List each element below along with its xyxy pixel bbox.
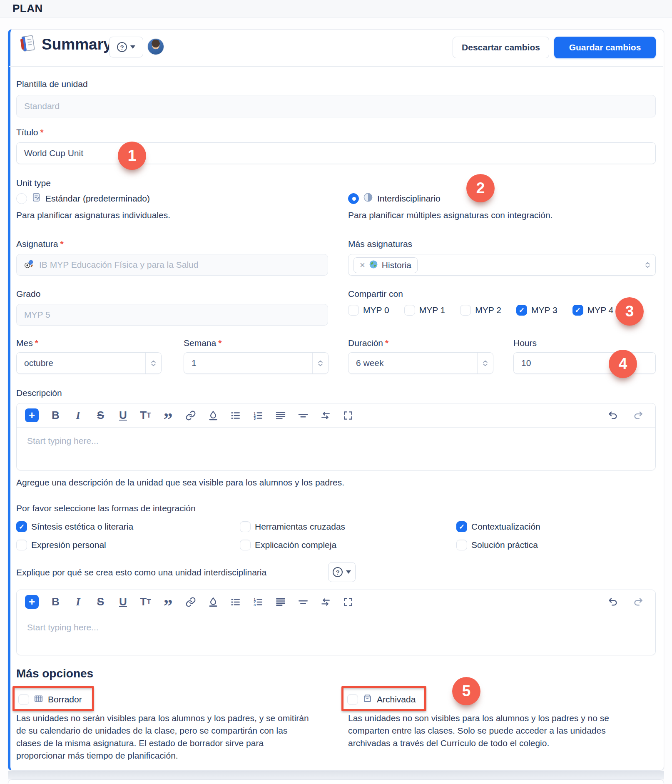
description-editor[interactable]: + B I S U TT ” 123 Start typing here... xyxy=(16,403,656,470)
bulleted-list-icon[interactable] xyxy=(230,410,241,421)
integration-option-expresion[interactable]: Expresión personal xyxy=(16,540,106,550)
duration-value: 6 week xyxy=(356,358,384,368)
question-mark-icon: ? xyxy=(333,567,343,577)
integration-option-herramientas[interactable]: Herramientas cruzadas xyxy=(240,521,345,532)
link-icon[interactable] xyxy=(185,410,196,421)
explain-editor[interactable]: + B I S U TT ” 123 Start typing here... xyxy=(16,590,656,655)
link-icon[interactable] xyxy=(185,596,196,607)
insert-icon[interactable]: + xyxy=(25,595,39,609)
duration-stepper[interactable] xyxy=(477,353,493,373)
integration-option-explicacion[interactable]: Explicación compleja xyxy=(240,540,336,550)
title-input[interactable] xyxy=(16,142,656,164)
undo-icon[interactable] xyxy=(607,590,619,614)
checkbox-myp0[interactable] xyxy=(348,305,359,316)
fullscreen-icon[interactable] xyxy=(342,410,353,421)
numbered-list-icon[interactable]: 123 xyxy=(252,410,264,421)
blockquote-icon[interactable]: ” xyxy=(162,410,174,421)
align-center-icon[interactable] xyxy=(297,410,309,421)
save-changes-button[interactable]: Guardar cambios xyxy=(554,37,656,58)
indentation-icon[interactable] xyxy=(320,596,331,607)
annotation-badge-4: 4 xyxy=(609,350,637,378)
hours-label: Hours xyxy=(513,338,537,348)
integration-option-sintesis[interactable]: Síntesis estética o literaria xyxy=(16,521,133,532)
duration-select[interactable]: 6 week xyxy=(348,352,493,374)
redo-icon[interactable] xyxy=(632,590,644,614)
undo-icon[interactable] xyxy=(607,403,619,427)
numbered-list-icon[interactable]: 123 xyxy=(252,596,264,607)
remove-tag-icon[interactable]: × xyxy=(360,260,365,271)
month-select[interactable]: octubre xyxy=(16,352,162,374)
week-label: Semana* xyxy=(184,338,222,348)
checkbox-myp4[interactable] xyxy=(572,305,583,316)
explain-help-button[interactable]: ? xyxy=(328,562,356,582)
annotation-badge-2: 2 xyxy=(466,174,495,202)
checkbox-myp1[interactable] xyxy=(404,305,415,316)
multiselect-stepper[interactable] xyxy=(640,254,655,275)
italic-icon[interactable]: I xyxy=(72,596,84,607)
required-asterisk: * xyxy=(60,239,63,249)
week-select[interactable]: 1 xyxy=(184,352,329,374)
redo-icon[interactable] xyxy=(632,403,644,427)
strikethrough-icon[interactable]: S xyxy=(95,596,106,607)
annotation-badge-3: 3 xyxy=(615,297,644,326)
share-option-myp3[interactable]: MYP 3 xyxy=(516,305,558,316)
insert-icon[interactable]: + xyxy=(25,408,39,422)
annotation-badge-5: 5 xyxy=(452,677,480,705)
draft-description: Las unidades no serán visibles para los … xyxy=(16,712,312,762)
discard-changes-button[interactable]: Descartar cambios xyxy=(453,37,549,58)
underline-icon[interactable]: U xyxy=(117,596,129,607)
align-justify-icon[interactable] xyxy=(275,410,286,421)
chevron-down-icon xyxy=(346,570,351,574)
month-stepper[interactable] xyxy=(145,353,161,373)
checkbox-solucion[interactable] xyxy=(456,540,467,550)
description-textarea[interactable]: Start typing here... xyxy=(17,428,655,470)
avatar[interactable] xyxy=(147,38,164,55)
month-value: octubre xyxy=(24,358,53,368)
share-option-myp2[interactable]: MYP 2 xyxy=(460,305,501,316)
week-stepper[interactable] xyxy=(312,353,328,373)
share-option-myp1[interactable]: MYP 1 xyxy=(404,305,446,316)
blockquote-icon[interactable]: ” xyxy=(162,596,174,607)
text-size-icon[interactable]: TT xyxy=(140,410,151,421)
summary-help-button[interactable]: ? xyxy=(109,37,143,57)
grade-field: MYP 5 xyxy=(16,304,328,326)
explain-textarea[interactable]: Start typing here... xyxy=(17,614,655,655)
checkbox-sintesis[interactable] xyxy=(16,521,27,532)
required-asterisk: * xyxy=(40,127,44,137)
fullscreen-icon[interactable] xyxy=(342,596,353,607)
radio-interdisciplinary[interactable] xyxy=(348,193,359,204)
bulleted-list-icon[interactable] xyxy=(230,596,241,607)
checkbox-explicacion[interactable] xyxy=(240,540,251,550)
color-fill-icon[interactable] xyxy=(207,596,219,607)
globe-icon xyxy=(369,260,378,271)
share-option-myp0[interactable]: MYP 0 xyxy=(348,305,389,316)
text-size-icon[interactable]: TT xyxy=(140,596,151,607)
unit-type-option-standard[interactable]: Estándar (predeterminado) xyxy=(16,192,150,204)
description-helper-text: Agregue una descripción de la unidad que… xyxy=(16,476,344,489)
checkbox-myp2[interactable] xyxy=(460,305,471,316)
bold-icon[interactable]: B xyxy=(50,410,61,421)
checkbox-contextualizacion[interactable] xyxy=(456,521,467,532)
share-option-myp4[interactable]: MYP 4 xyxy=(572,305,614,316)
align-justify-icon[interactable] xyxy=(275,596,286,607)
checkbox-herramientas[interactable] xyxy=(240,521,251,532)
indentation-icon[interactable] xyxy=(320,410,331,421)
integration-option-solucion[interactable]: Solución práctica xyxy=(456,540,538,550)
radio-standard[interactable] xyxy=(16,193,27,204)
underline-icon[interactable]: U xyxy=(117,410,129,421)
sports-icon xyxy=(24,259,34,271)
half-globe-icon xyxy=(363,192,373,204)
subject-tag-historia[interactable]: × Historia xyxy=(353,257,418,273)
description-label: Descripción xyxy=(16,388,62,398)
checkbox-expresion[interactable] xyxy=(16,540,27,550)
color-fill-icon[interactable] xyxy=(207,410,219,421)
strikethrough-icon[interactable]: S xyxy=(95,410,106,421)
integration-option-contextualizacion[interactable]: Contextualización xyxy=(456,521,540,532)
align-center-icon[interactable] xyxy=(297,596,309,607)
bold-icon[interactable]: B xyxy=(50,596,61,607)
more-subjects-multiselect[interactable]: × Historia xyxy=(348,254,656,276)
italic-icon[interactable]: I xyxy=(72,410,84,421)
unit-type-option-interdisciplinary[interactable]: Interdisciplinario xyxy=(348,192,441,204)
checkbox-myp3[interactable] xyxy=(516,305,527,316)
summary-notebook-icon xyxy=(17,34,37,55)
